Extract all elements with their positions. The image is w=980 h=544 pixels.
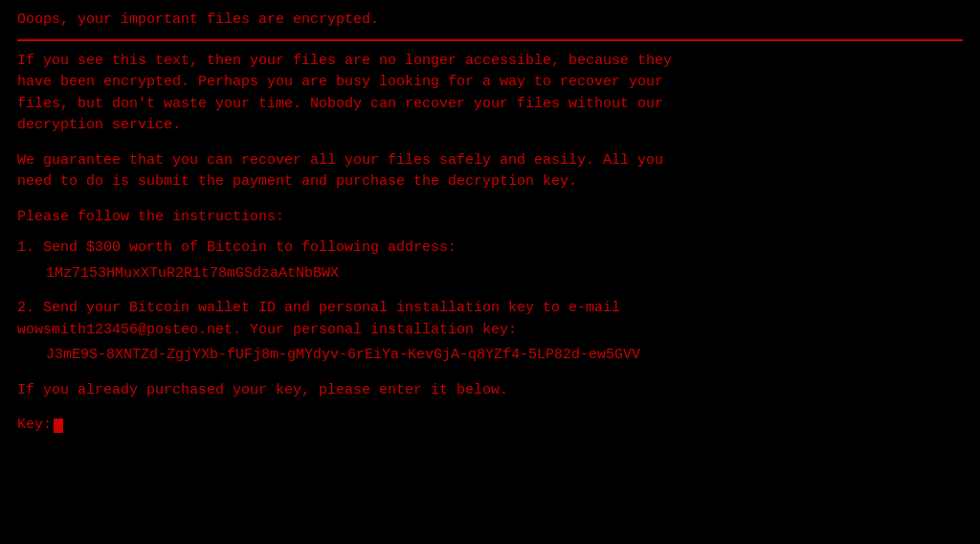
step1: 1. Send $300 worth of Bitcoin to followi…: [17, 238, 963, 284]
step2-email: wowsmith123456@posteo.net. Your personal…: [17, 320, 963, 342]
bitcoin-address: 1Mz7153HMuxXTuR2R1t78mGSdzaAtNbBWX: [46, 263, 963, 285]
cursor-blink: [54, 419, 63, 433]
title-line: Ooops, your important files are encrypte…: [17, 10, 963, 32]
instructions-header: Please follow the instructions:: [17, 207, 963, 229]
paragraph1: If you see this text, then your files ar…: [17, 51, 963, 137]
divider: [17, 39, 963, 41]
personal-key: J3mE9S-8XNTZd-ZgjYXb-fUFj8m-gMYdyv-6rEiY…: [46, 345, 963, 367]
step1-label: 1. Send $300 worth of Bitcoin to followi…: [17, 238, 963, 260]
step2-label: 2. Send your Bitcoin wallet ID and perso…: [17, 298, 963, 320]
key-input-line: Key:: [17, 415, 963, 437]
footer-text: If you already purchased your key, pleas…: [17, 380, 963, 402]
step2: 2. Send your Bitcoin wallet ID and perso…: [17, 298, 963, 367]
key-label: Key:: [17, 415, 52, 437]
paragraph2: We guarantee that you can recover all yo…: [17, 150, 963, 193]
